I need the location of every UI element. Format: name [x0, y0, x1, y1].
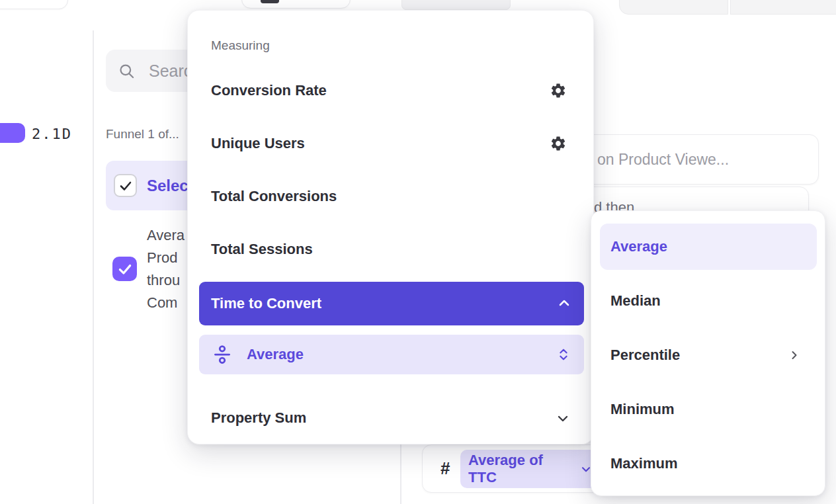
measuring-menu-heading: Measuring: [211, 38, 270, 53]
menu-item-total-conversions[interactable]: Total Conversions: [199, 181, 584, 212]
search-icon: [118, 62, 136, 80]
menu-item-unique-users[interactable]: Unique Users: [199, 128, 584, 159]
app-screen: 2.1D Search Funnel 1 of... Selected: [0, 0, 836, 504]
average-of-ttc-label: Average of TTC: [468, 452, 574, 486]
left-panel-divider: [93, 30, 94, 504]
measurement-box: # Average of TTC: [422, 444, 607, 493]
gear-icon[interactable]: [550, 135, 567, 152]
submenu-item-percentile[interactable]: Percentile: [600, 332, 817, 378]
top-toolbar-card: [241, 0, 351, 9]
menu-item-time-to-convert[interactable]: Time to Convert: [199, 282, 584, 325]
measuring-menu: Measuring Conversion Rate Unique Users T…: [187, 10, 594, 444]
submenu-item-minimum[interactable]: Minimum: [600, 386, 817, 433]
step-badge: [0, 123, 25, 143]
menu-subitem-average[interactable]: Average: [199, 335, 584, 374]
step-badge-label: 2.1D: [32, 126, 72, 142]
metric-checkbox[interactable]: [112, 257, 137, 281]
gear-icon[interactable]: [550, 82, 567, 99]
event-step-label: on Product Viewe...: [597, 151, 729, 169]
menu-item-conversion-rate[interactable]: Conversion Rate: [199, 75, 584, 106]
checkmark-icon: [118, 178, 134, 194]
average-of-ttc-dropdown[interactable]: Average of TTC: [460, 450, 601, 488]
submenu-item-label: Maximum: [610, 455, 677, 472]
menu-item-label: Total Conversions: [211, 188, 337, 205]
menu-item-label: Time to Convert: [211, 295, 321, 312]
funnel-counter-label: Funnel 1 of...: [106, 127, 179, 142]
average-icon: [212, 345, 232, 364]
chevron-updown-icon: [556, 346, 571, 363]
submenu-item-median[interactable]: Median: [600, 278, 817, 324]
submenu-item-label: Median: [610, 292, 661, 310]
chevron-right-icon: [788, 349, 801, 362]
menu-item-label: Total Sessions: [211, 241, 313, 258]
chevron-up-icon: [556, 296, 572, 312]
top-tab-gray: [401, 0, 511, 10]
submenu-item-average[interactable]: Average: [600, 224, 817, 270]
menu-item-label: Conversion Rate: [211, 82, 327, 99]
submenu-item-label: Percentile: [610, 347, 680, 364]
menu-item-property-sum[interactable]: Property Sum: [199, 402, 584, 434]
menu-item-label: Unique Users: [211, 135, 305, 152]
menu-item-total-sessions[interactable]: Total Sessions: [199, 233, 584, 265]
checkmark-icon: [116, 261, 134, 278]
toolbar-dark-segment: [261, 0, 279, 3]
menu-item-label: Property Sum: [211, 409, 306, 427]
submenu-item-maximum[interactable]: Maximum: [600, 441, 817, 487]
top-right-cell-1: [619, 0, 728, 15]
top-left-card: [0, 0, 68, 9]
select-all-checkbox[interactable]: [114, 174, 137, 197]
bottom-column-divider: [400, 444, 401, 504]
menu-subitem-label: Average: [247, 346, 304, 363]
top-right-cell-2: [730, 0, 836, 15]
numeric-type-symbol: #: [440, 458, 450, 479]
chevron-down-icon: [555, 410, 571, 426]
submenu-item-label: Average: [610, 238, 667, 255]
aggregation-menu: Average Median Percentile Minimum Maximu…: [591, 210, 825, 496]
submenu-item-label: Minimum: [610, 401, 675, 418]
